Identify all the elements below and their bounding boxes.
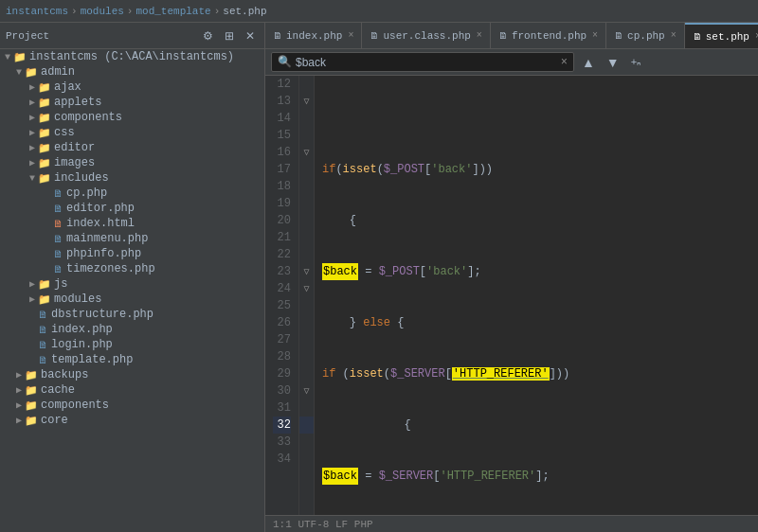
gutter-15 bbox=[299, 127, 314, 144]
search-clear-icon[interactable]: × bbox=[561, 56, 568, 69]
tree-label-js: js bbox=[54, 277, 67, 291]
gutter-12 bbox=[299, 76, 314, 93]
tree-label-applets: applets bbox=[54, 96, 101, 109]
tree-label-template: template.php bbox=[51, 353, 133, 366]
tree-css[interactable]: ▶ 📁 css bbox=[0, 125, 264, 140]
gutter-13[interactable]: ▽ bbox=[299, 93, 314, 110]
tree-timezones-php[interactable]: ▶ 🗎 timezones.php bbox=[0, 261, 264, 276]
file-icon-index-php-admin: 🗎 bbox=[38, 324, 48, 336]
code-line-12 bbox=[322, 110, 750, 127]
tab-close-user[interactable]: × bbox=[477, 30, 482, 41]
tree-arrow-cache: ▶ bbox=[13, 384, 25, 396]
gutter-18 bbox=[299, 178, 314, 195]
tree-label-phpinfo: phpinfo.php bbox=[66, 247, 141, 260]
tree-arrow-includes: ▼ bbox=[27, 173, 38, 184]
tab-close-frontend[interactable]: × bbox=[592, 30, 598, 41]
tree-arrow-backups: ▶ bbox=[13, 369, 25, 381]
search-icon: 🔍 bbox=[278, 55, 292, 69]
tree-label-admin: admin bbox=[41, 65, 75, 79]
tab-icon-user: 🗎 bbox=[370, 30, 379, 42]
gutter-17 bbox=[299, 161, 314, 178]
sidebar-btn-collapse[interactable]: ✕ bbox=[242, 27, 259, 44]
gutter-30[interactable]: ▽ bbox=[299, 382, 314, 399]
editor-panel: 🗎 index.php × 🗎 user.class.php × 🗎 front… bbox=[265, 23, 758, 532]
gutter-16[interactable]: ▽ bbox=[299, 144, 314, 161]
search-next-button[interactable]: ▼ bbox=[603, 53, 623, 72]
tree-editor[interactable]: ▶ 📁 editor bbox=[0, 140, 264, 155]
tree-label-backups: backups bbox=[41, 368, 88, 381]
tree-index-php-admin[interactable]: ▶ 🗎 index.php bbox=[0, 322, 264, 337]
file-icon-cp: 🗎 bbox=[53, 187, 63, 200]
gutter-col: ▽ ▽ ▽ ▽ bbox=[299, 76, 315, 515]
tree-ajax[interactable]: ▶ 📁 ajax bbox=[0, 80, 264, 95]
tree-label-login: login.php bbox=[51, 338, 113, 351]
tab-close-index[interactable]: × bbox=[348, 30, 353, 41]
gutter-22 bbox=[299, 246, 314, 263]
tab-cp-php[interactable]: 🗎 cp.php × bbox=[606, 23, 685, 48]
tab-frontend-php[interactable]: 🗎 frontend.php × bbox=[491, 23, 606, 48]
code-line-14: { bbox=[322, 212, 750, 229]
tree-template-php[interactable]: ▶ 🗎 template.php bbox=[0, 352, 264, 367]
tab-label-frontend: frontend.php bbox=[512, 30, 587, 42]
tree-phpinfo-php[interactable]: ▶ 🗎 phpinfo.php bbox=[0, 246, 264, 261]
code-editor[interactable]: 12 13 14 15 16 17 18 19 20 21 22 23 24 2… bbox=[265, 76, 758, 515]
search-input[interactable] bbox=[296, 56, 557, 69]
tree-components-root[interactable]: ▶ 📁 components bbox=[0, 398, 264, 413]
file-icon-timezones: 🗎 bbox=[53, 263, 63, 275]
tree-applets[interactable]: ▶ 📁 applets bbox=[0, 95, 264, 110]
gutter-33 bbox=[299, 434, 314, 451]
gutter-21 bbox=[299, 229, 314, 246]
tree-arrow-editor: ▶ bbox=[27, 142, 38, 153]
tree-components[interactable]: ▶ 📁 components bbox=[0, 110, 264, 125]
tab-icon-frontend: 🗎 bbox=[498, 30, 508, 42]
code-lines[interactable]: if(isset($_POST['back'])) { $back = $_PO… bbox=[315, 76, 758, 515]
tree-index-html[interactable]: ▶ 🗎 index.html bbox=[0, 216, 264, 231]
file-icon-editor: 🗎 bbox=[53, 203, 63, 215]
gutter-24[interactable]: ▽ bbox=[299, 280, 314, 297]
tab-set-php[interactable]: 🗎 set.php × bbox=[685, 23, 758, 48]
folder-icon-includes: 📁 bbox=[38, 172, 51, 185]
tree-arrow-images: ▶ bbox=[27, 157, 38, 168]
tree-label-cp: cp.php bbox=[66, 186, 107, 200]
tree-root[interactable]: ▼ 📁 instantcms (C:\ACA\instantcms) bbox=[0, 49, 264, 64]
search-bar: 🔍 × ▲ ▼ +ₙ bbox=[265, 49, 758, 76]
bc-instantcms[interactable]: instantcms bbox=[6, 6, 68, 17]
folder-icon-editor: 📁 bbox=[38, 142, 51, 154]
search-options-button[interactable]: +ₙ bbox=[627, 54, 644, 70]
code-container: 12 13 14 15 16 17 18 19 20 21 22 23 24 2… bbox=[265, 76, 758, 515]
sidebar-title: Project bbox=[6, 30, 49, 42]
gutter-34 bbox=[299, 451, 314, 468]
tree-label-modules-admin: modules bbox=[54, 293, 101, 306]
tree-label-timezones: timezones.php bbox=[66, 262, 155, 275]
gutter-23[interactable]: ▽ bbox=[299, 263, 314, 280]
tree-core[interactable]: ▶ 📁 core bbox=[0, 413, 264, 428]
tree-admin[interactable]: ▼ 📁 admin bbox=[0, 64, 264, 80]
tab-close-cp[interactable]: × bbox=[671, 30, 677, 41]
code-line-17: if (isset($_SERVER['HTTP_REFERER'])) bbox=[322, 365, 750, 382]
sidebar-btn-settings[interactable]: ⚙ bbox=[199, 27, 217, 44]
tree-includes[interactable]: ▼ 📁 includes bbox=[0, 170, 264, 186]
search-input-wrap[interactable]: 🔍 × bbox=[271, 52, 574, 72]
tree-mainmenu-php[interactable]: ▶ 🗎 mainmenu.php bbox=[0, 231, 264, 246]
tree-backups[interactable]: ▶ 📁 backups bbox=[0, 367, 264, 382]
tree-label-ajax: ajax bbox=[54, 80, 81, 94]
tree-label-core: core bbox=[41, 414, 68, 427]
tree-dbstructure-php[interactable]: ▶ 🗎 dbstructure.php bbox=[0, 307, 264, 322]
tree-images[interactable]: ▶ 📁 images bbox=[0, 155, 264, 170]
tree-label-editor-php: editor.php bbox=[66, 202, 135, 215]
tree-login-php[interactable]: ▶ 🗎 login.php bbox=[0, 337, 264, 352]
code-line-13: if(isset($_POST['back'])) bbox=[322, 161, 750, 178]
tree-editor-php[interactable]: ▶ 🗎 editor.php bbox=[0, 201, 264, 216]
gutter-20 bbox=[299, 212, 314, 229]
tree-cp-php[interactable]: ▶ 🗎 cp.php bbox=[0, 186, 264, 201]
tab-index-php[interactable]: 🗎 index.php × bbox=[265, 23, 362, 48]
tree-modules-admin[interactable]: ▶ 📁 modules bbox=[0, 292, 264, 307]
tab-user-class-php[interactable]: 🗎 user.class.php × bbox=[362, 23, 490, 48]
tree-label-editor: editor bbox=[54, 141, 95, 154]
bc-mod-template[interactable]: mod_template bbox=[135, 6, 210, 17]
tree-cache[interactable]: ▶ 📁 cache bbox=[0, 382, 264, 398]
search-prev-button[interactable]: ▲ bbox=[578, 53, 599, 72]
sidebar-btn-pin[interactable]: ⊞ bbox=[221, 27, 238, 44]
tree-js[interactable]: ▶ 📁 js bbox=[0, 276, 264, 292]
bc-modules[interactable]: modules bbox=[81, 6, 124, 17]
